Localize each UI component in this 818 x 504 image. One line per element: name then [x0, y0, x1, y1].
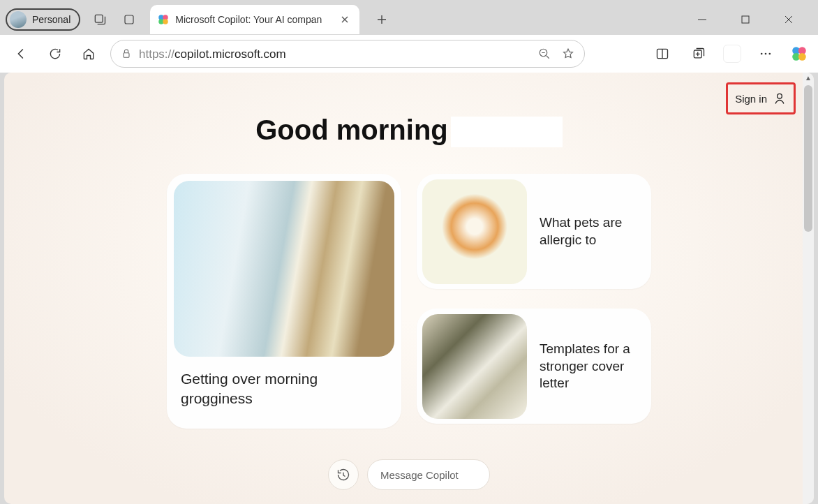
- redacted-name: [451, 117, 563, 147]
- minimize-button[interactable]: [691, 8, 713, 31]
- svg-point-5: [163, 19, 169, 24]
- browser-tab-active[interactable]: Microsoft Copilot: Your AI compan: [150, 5, 359, 34]
- browser-toolbar: https://copilot.microsoft.com: [0, 35, 818, 73]
- avatar-icon: [10, 11, 27, 28]
- card-title: Getting over morning grogginess: [174, 357, 394, 422]
- copilot-sidebar-icon[interactable]: [790, 45, 808, 63]
- svg-point-17: [798, 53, 806, 61]
- sign-in-button[interactable]: Sign in: [732, 89, 789, 108]
- tab-title: Microsoft Copilot: Your AI compan: [175, 14, 332, 25]
- sign-in-highlight: Sign in: [726, 82, 796, 114]
- home-button[interactable]: [77, 42, 101, 66]
- more-menu-icon[interactable]: [754, 42, 778, 66]
- scroll-up-icon[interactable]: ▲: [805, 74, 812, 82]
- user-icon: [773, 91, 787, 105]
- favorite-icon[interactable]: [562, 47, 574, 60]
- copilot-favicon-icon: [157, 13, 170, 26]
- suggestion-card-large[interactable]: Getting over morning grogginess: [167, 174, 401, 429]
- card-image-vase: [422, 314, 527, 419]
- card-image-dog: [422, 179, 527, 284]
- lock-icon: [121, 48, 132, 59]
- split-screen-icon[interactable]: [650, 42, 674, 66]
- sign-in-label: Sign in: [735, 93, 767, 105]
- tab-actions-icon[interactable]: [119, 10, 139, 29]
- svg-point-12: [765, 53, 767, 55]
- url-text: https://copilot.microsoft.com: [139, 47, 286, 61]
- suggestion-card-small-2[interactable]: Templates for a stronger cover letter: [417, 309, 651, 424]
- profile-switcher[interactable]: Personal: [6, 8, 80, 31]
- workspaces-icon[interactable]: [90, 10, 110, 29]
- suggestion-cards: Getting over morning grogginess What pet…: [4, 174, 814, 429]
- svg-point-13: [769, 53, 771, 55]
- card-title: Templates for a stronger cover letter: [540, 341, 646, 392]
- scroll-thumb[interactable]: [804, 85, 812, 232]
- suggestion-card-small-1[interactable]: What pets are allergic to: [417, 174, 651, 289]
- refresh-button[interactable]: [43, 42, 67, 66]
- history-button[interactable]: [328, 459, 359, 490]
- svg-rect-1: [125, 15, 133, 24]
- svg-rect-7: [124, 53, 129, 58]
- collections-icon[interactable]: [687, 42, 711, 66]
- svg-rect-6: [742, 16, 749, 23]
- extension-placeholder[interactable]: [723, 45, 741, 63]
- message-input[interactable]: Message Copilot: [367, 459, 490, 490]
- vertical-scrollbar[interactable]: ▲: [803, 73, 814, 504]
- greeting-heading: Good morning: [4, 114, 814, 147]
- message-placeholder: Message Copilot: [380, 469, 459, 481]
- profile-label: Personal: [32, 14, 70, 25]
- back-button[interactable]: [10, 42, 34, 66]
- svg-point-11: [761, 53, 763, 55]
- card-image-curtains: [174, 181, 394, 357]
- zoom-out-icon[interactable]: [538, 47, 551, 60]
- svg-rect-0: [96, 15, 103, 22]
- new-tab-button[interactable]: [372, 10, 392, 29]
- maximize-button[interactable]: [734, 8, 757, 31]
- composer-bar: Message Copilot: [328, 459, 490, 490]
- address-bar[interactable]: https://copilot.microsoft.com: [110, 40, 585, 68]
- svg-point-18: [778, 94, 782, 98]
- card-title: What pets are allergic to: [540, 214, 646, 249]
- close-tab-button[interactable]: [337, 12, 352, 27]
- window-controls: [691, 8, 812, 31]
- page-content: ▲ Sign in Good morning Getting over morn…: [4, 73, 814, 504]
- close-window-button[interactable]: [778, 8, 800, 31]
- browser-titlebar: Personal Microsoft Copilot: Your AI comp…: [0, 0, 818, 35]
